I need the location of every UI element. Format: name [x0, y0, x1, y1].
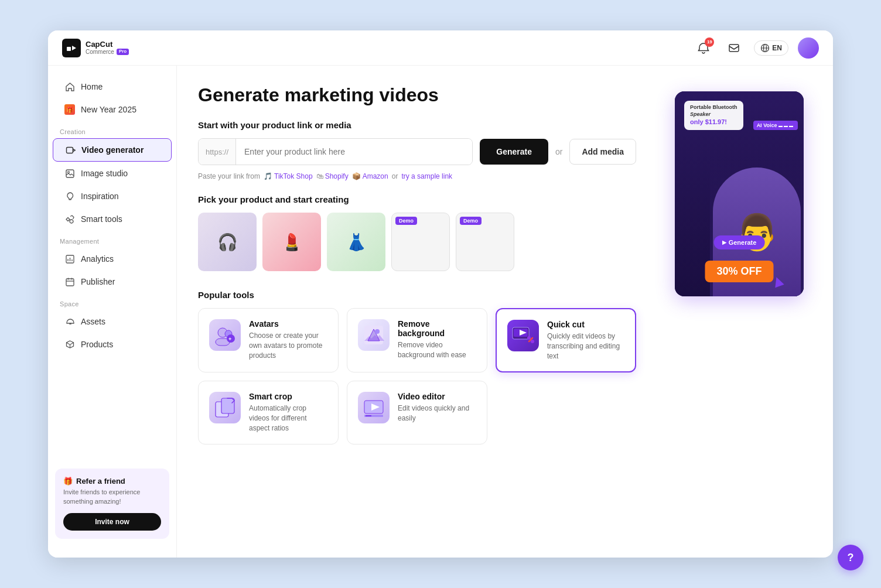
sidebar-item-newyear[interactable]: 🎁 New Year 2025	[53, 98, 172, 121]
tiktok-shop-link[interactable]: TikTok Shop	[274, 172, 313, 180]
lipstick-image: 💄	[262, 213, 321, 271]
product-row: 🎧 💄 👗 Demo Demo	[198, 213, 636, 271]
sidebar-bottom: 🎁 Refer a friend Invite friends to exper…	[48, 459, 176, 548]
product-thumb-pants[interactable]: 👗	[327, 213, 385, 271]
tool-card-remove-bg[interactable]: Remove background Remove video backgroun…	[347, 308, 487, 372]
sidebar-item-smart-tools[interactable]: Smart tools	[53, 208, 172, 230]
svg-rect-37	[221, 398, 234, 413]
app-sub: Commerce Pro	[86, 49, 129, 55]
tool-info-avatars: Avatars Choose or create your own avatar…	[249, 319, 327, 360]
svg-line-23	[70, 343, 73, 345]
sidebar-item-home[interactable]: Home	[53, 76, 172, 98]
sidebar-item-products[interactable]: Products	[53, 333, 172, 355]
sidebar-item-publisher[interactable]: Publisher	[53, 271, 172, 293]
svg-rect-7	[66, 170, 74, 177]
or-text: or	[555, 147, 562, 156]
paste-hint: Paste your link from 🎵 TikTok Shop 🛍 Sho…	[198, 172, 636, 180]
shopify-link[interactable]: Shopify	[325, 172, 349, 180]
product-link-row: https:// Generate or Add media	[198, 138, 636, 165]
tool-card-smart-crop[interactable]: Smart crop Automatically crop videos for…	[198, 381, 339, 444]
management-section-label: Management	[48, 231, 176, 247]
page-title: Generate marketing videos	[198, 84, 636, 106]
main-content: Generate marketing videos Start with you…	[177, 66, 657, 558]
space-section-label: Space	[48, 293, 176, 310]
sidebar-label-newyear: New Year 2025	[81, 105, 136, 114]
video-generator-icon	[65, 145, 76, 155]
tool-name-avatars: Avatars	[249, 319, 327, 329]
preview-container: ✦ ✦ Portable Bluetooth Speaker only $11.…	[675, 91, 804, 296]
video-preview-card: Portable Bluetooth Speaker only $11.97! …	[675, 91, 804, 296]
svg-point-10	[70, 220, 73, 223]
header-actions: 19 EN	[693, 37, 819, 59]
sidebar-item-inspiration[interactable]: Inspiration	[53, 185, 172, 207]
logo-text: CapCut Commerce Pro	[86, 40, 129, 55]
sidebar-label-products: Products	[81, 340, 113, 349]
products-icon	[64, 339, 75, 350]
refer-desc: Invite friends to experience something a…	[63, 488, 161, 506]
tool-desc-avatars: Choose or create your own avatars to pro…	[249, 331, 327, 360]
newyear-icon: 🎁	[64, 104, 75, 115]
input-section-title: Start with your product link or media	[198, 120, 636, 130]
sidebar-item-analytics[interactable]: Analytics	[53, 248, 172, 270]
sidebar-item-video-generator[interactable]: Video generator	[53, 138, 172, 162]
language-label: EN	[772, 44, 782, 52]
tool-desc-remove-bg: Remove video background with ease	[398, 340, 476, 360]
language-selector[interactable]: EN	[754, 40, 788, 56]
sale-banner: 30% OFF	[705, 261, 773, 282]
inbox-button[interactable]	[723, 37, 745, 59]
tools-section-title: Popular tools	[198, 290, 636, 300]
image-studio-icon	[64, 168, 75, 179]
right-panel: ✦ ✦ Portable Bluetooth Speaker only $11.…	[657, 66, 833, 558]
sidebar-item-assets[interactable]: Assets	[53, 310, 172, 333]
sidebar-label-assets: Assets	[81, 317, 105, 326]
sidebar-item-image-studio[interactable]: Image studio	[53, 162, 172, 184]
home-icon	[64, 81, 75, 92]
sample-link[interactable]: try a sample link	[401, 172, 452, 180]
publisher-icon	[64, 276, 75, 287]
product-thumb-demo1[interactable]: Demo	[391, 213, 450, 271]
demo-badge-2: Demo	[460, 217, 482, 225]
svg-line-22	[66, 343, 70, 345]
add-media-button[interactable]: Add media	[569, 139, 636, 165]
tool-card-video-editor[interactable]: Video editor Edit videos quickly and eas…	[347, 381, 487, 444]
tiktok-link: 🎵 TikTok Shop	[264, 172, 313, 180]
amazon-link: 📦 Amazon	[352, 172, 388, 180]
product-thumb-demo2[interactable]: Demo	[456, 213, 514, 271]
tools-grid: + Avatars Choose or create your own avat…	[198, 308, 636, 445]
ai-voice-badge: AI Voice ▬▬▬	[753, 121, 798, 130]
help-button[interactable]: ?	[838, 545, 863, 570]
sidebar-nav: Home 🎁 New Year 2025 Creation	[48, 75, 176, 459]
tool-info-smart-crop: Smart crop Automatically crop videos for…	[249, 392, 327, 433]
product-thumb-lipstick[interactable]: 💄	[262, 213, 321, 271]
notification-button[interactable]: 19	[693, 37, 714, 59]
amazon-link[interactable]: Amazon	[363, 172, 388, 180]
or-conjunction: or	[392, 172, 398, 180]
tool-name-remove-bg: Remove background	[398, 319, 476, 338]
user-avatar[interactable]	[798, 37, 819, 59]
url-prefix: https://	[199, 139, 236, 165]
tool-card-avatars[interactable]: + Avatars Choose or create your own avat…	[198, 308, 339, 372]
tool-desc-smart-crop: Automatically crop videos for different …	[249, 404, 327, 433]
refer-icon: 🎁	[63, 477, 73, 486]
help-icon: ?	[848, 552, 854, 564]
assets-icon	[64, 316, 75, 327]
remove-bg-icon-box	[358, 319, 390, 351]
url-input[interactable]	[236, 139, 472, 165]
smart-crop-icon-box	[209, 392, 241, 423]
generate-button[interactable]: Generate	[480, 139, 548, 165]
sidebar-label-video-generator: Video generator	[81, 145, 144, 155]
app-body: Home 🎁 New Year 2025 Creation	[48, 66, 833, 558]
logo-icon	[62, 39, 81, 57]
invite-now-button[interactable]: Invite now	[63, 513, 161, 531]
product-thumb-speaker[interactable]: 🎧	[198, 213, 257, 271]
svg-rect-41	[366, 415, 371, 416]
inspiration-icon	[64, 191, 75, 201]
tool-card-quick-cut[interactable]: Quick cut Quickly edit videos by transcr…	[496, 308, 636, 372]
pants-image: 👗	[327, 213, 385, 271]
sidebar: Home 🎁 New Year 2025 Creation	[48, 66, 177, 558]
video-editor-icon-box	[358, 392, 390, 423]
svg-rect-6	[66, 147, 73, 153]
svg-point-35	[531, 340, 534, 343]
tool-desc-quick-cut: Quickly edit videos by transcribing and …	[547, 331, 624, 361]
svg-point-34	[527, 336, 531, 340]
